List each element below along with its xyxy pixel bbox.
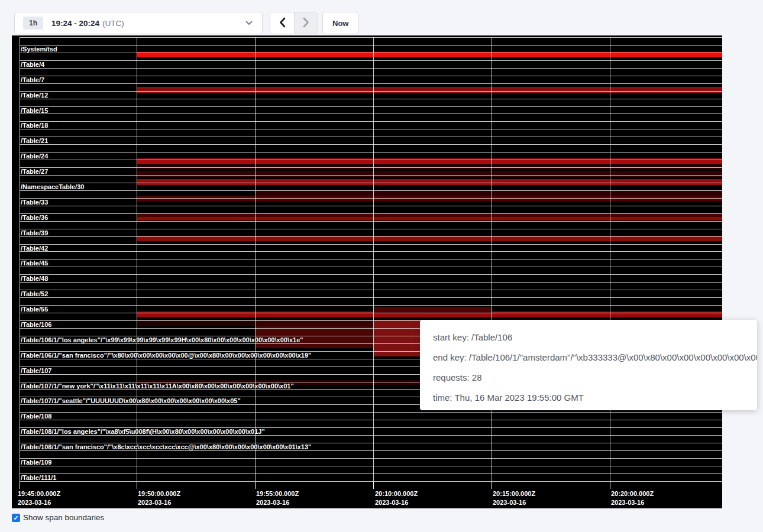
span-boundary-line — [20, 144, 722, 145]
time-bucket-line — [492, 37, 492, 481]
span-boundary-line — [20, 83, 722, 84]
span-boundary-line — [20, 37, 722, 38]
x-axis-date: 2023-03-16 — [138, 498, 180, 507]
keyvis-canvas[interactable]: /System/tsd/Table/4/Table/7/Table/12/Tab… — [12, 35, 722, 508]
span-boundary-line — [20, 198, 722, 199]
row-label: /Table/108/1/"los angeles"/"\xa8\xf5\u00… — [21, 428, 265, 436]
row-label: /Table/7 — [21, 76, 44, 84]
span-boundary-line — [20, 412, 722, 413]
time-bucket-line — [373, 37, 374, 481]
row-label: /Table/42 — [21, 245, 48, 252]
x-axis-label: 19:55:00.000Z2023-03-16 — [256, 489, 299, 507]
row-label: /Table/39 — [21, 229, 48, 237]
x-axis-date: 2023-03-16 — [18, 498, 60, 507]
time-bucket-line — [20, 37, 20, 481]
span-boundary-line — [20, 458, 722, 459]
chevron-right-icon — [303, 17, 309, 30]
row-label: /Table/4 — [21, 61, 44, 69]
x-axis-tick — [20, 482, 20, 489]
heatmap-band[interactable] — [137, 217, 722, 220]
chevron-left-icon — [279, 17, 286, 30]
span-boundary-line — [20, 137, 722, 137]
span-boundary-line — [20, 221, 722, 222]
tooltip-start-key: start key: /Table/106 — [433, 327, 757, 348]
span-boundary-line — [20, 206, 722, 206]
span-boundary-line — [20, 297, 722, 298]
row-label: /Table/18 — [21, 122, 48, 129]
time-bucket-line — [255, 37, 256, 481]
span-boundary-line — [20, 229, 722, 229]
row-label: /Table/52 — [21, 290, 48, 298]
span-boundary-line — [20, 244, 722, 245]
now-button[interactable]: Now — [322, 12, 358, 34]
time-range-label: 19:24 - 20:24 — [51, 19, 99, 28]
span-boundary-line — [20, 481, 722, 482]
row-label: /Table/109 — [21, 459, 51, 466]
span-boundary-line — [20, 259, 722, 259]
row-label: /System/tsd — [21, 46, 57, 53]
row-label: /Table/48 — [21, 275, 48, 283]
x-axis-label: 20:15:00.000Z2023-03-16 — [493, 489, 535, 507]
span-boundary-line — [20, 53, 722, 53]
x-axis-time: 19:55:00.000Z — [256, 489, 299, 498]
row-label: /Table/106/1/"san francisco"/"\x80\x00\x… — [21, 352, 311, 359]
row-label: /Table/107/1/"seattle"/"UUUUUUD\x00\x80\… — [21, 397, 241, 405]
row-label: /Table/27 — [21, 168, 48, 176]
x-axis-time: 19:45:00.000Z — [18, 489, 60, 498]
span-boundary-line — [20, 213, 722, 214]
x-axis-time: 20:10:00.000Z — [375, 489, 418, 498]
span-boundary-line — [20, 236, 722, 237]
span-boundary-line — [20, 167, 722, 168]
row-label: /NamespaceTable/30 — [21, 183, 84, 191]
heatmap-band[interactable] — [137, 196, 722, 202]
x-axis-tick — [255, 482, 256, 489]
span-boundary-line — [20, 68, 722, 69]
x-axis-date: 2023-03-16 — [493, 498, 535, 507]
tooltip-requests: requests: 28 — [433, 368, 757, 388]
row-label: /Table/106/1/"los angeles"/"\x99\x99\x99… — [21, 336, 303, 344]
heatmap-band[interactable] — [256, 190, 722, 196]
row-label: /Table/45 — [21, 259, 48, 267]
span-boundaries-control: ✓ Show span boundaries — [12, 513, 104, 522]
span-boundary-line — [20, 313, 722, 313]
span-boundary-line — [20, 121, 722, 122]
row-label: /Table/12 — [21, 92, 48, 99]
heatmap-band[interactable] — [137, 87, 722, 93]
span-boundary-line — [20, 106, 722, 107]
row-label: /Table/33 — [21, 199, 48, 206]
span-boundary-line — [20, 274, 722, 275]
span-boundary-line — [20, 129, 722, 129]
span-boundary-line — [20, 160, 722, 160]
span-boundary-line — [20, 175, 722, 176]
x-axis-label: 19:45:00.000Z2023-03-16 — [18, 489, 60, 507]
x-axis-label: 20:20:00.000Z2023-03-16 — [611, 489, 654, 507]
span-boundary-line — [20, 99, 722, 99]
x-axis-date: 2023-03-16 — [375, 498, 418, 507]
key-visualizer-page: 1h 19:24 - 20:24 (UTC) Now /System/tsd/T… — [0, 0, 763, 532]
hover-tooltip: start key: /Table/106 end key: /Table/10… — [420, 320, 757, 410]
tooltip-time: time: Thu, 16 Mar 2023 19:55:00 GMT — [433, 388, 757, 408]
span-boundary-line — [20, 290, 722, 290]
x-axis-tick — [492, 482, 492, 489]
row-label: /Table/108 — [21, 413, 51, 420]
span-boundary-line — [20, 91, 722, 92]
span-boundary-line — [20, 282, 722, 283]
row-label: /Table/106 — [21, 321, 51, 329]
row-label: /Table/36 — [21, 214, 48, 222]
span-boundary-line — [20, 152, 722, 153]
span-boundaries-checkbox[interactable]: ✓ — [12, 514, 20, 522]
row-label: /Table/24 — [21, 153, 48, 160]
x-axis-time: 20:15:00.000Z — [493, 489, 535, 498]
x-axis-time: 20:20:00.000Z — [611, 489, 654, 498]
heatmap-band[interactable] — [137, 179, 722, 185]
prev-interval-button[interactable] — [270, 12, 294, 34]
x-axis-date: 2023-03-16 — [611, 498, 654, 507]
span-boundary-line — [20, 113, 722, 114]
time-bucket-line — [610, 37, 610, 481]
heatmap-band[interactable] — [137, 171, 722, 177]
time-bucket-line — [137, 37, 137, 481]
next-interval-button[interactable] — [294, 12, 318, 34]
x-axis-time: 19:50:00.000Z — [138, 489, 180, 498]
time-range-selector[interactable]: 1h 19:24 - 20:24 (UTC) — [14, 12, 263, 34]
span-boundary-line — [20, 251, 722, 252]
